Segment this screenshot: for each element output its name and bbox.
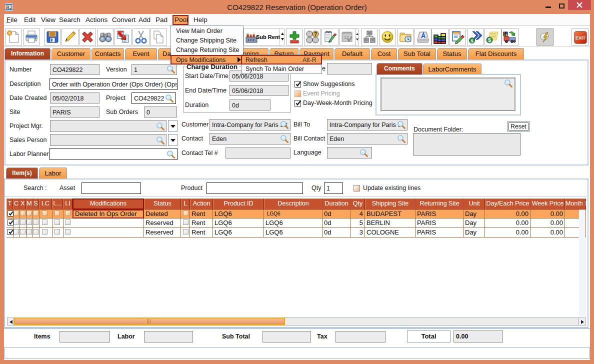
svg-text:$: $ <box>470 38 473 44</box>
svg-text:EXIT: EXIT <box>576 36 586 40</box>
svg-text:?: ? <box>314 32 317 37</box>
svg-text:$: $ <box>488 38 491 43</box>
